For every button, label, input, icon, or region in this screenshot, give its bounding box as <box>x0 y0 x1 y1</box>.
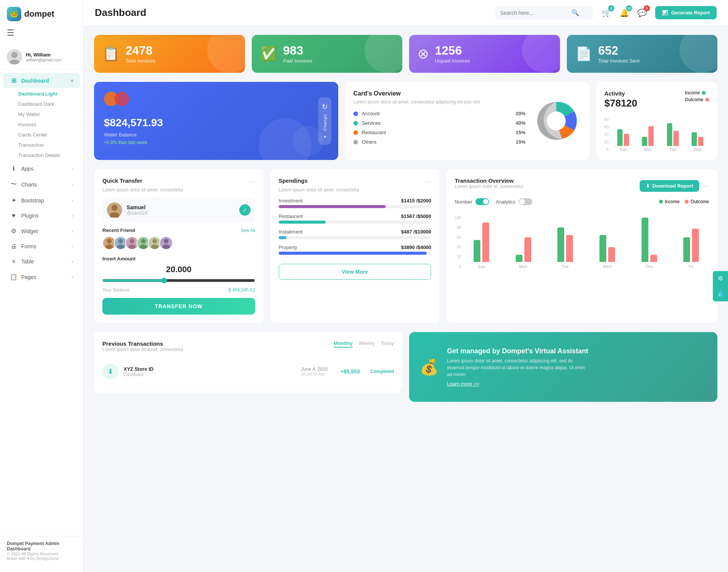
spending-investment-amounts: $1415 /$2000 <box>401 198 431 204</box>
bell-icon-button[interactable]: 🔔 12 <box>618 7 631 19</box>
sidebar-item-transaction[interactable]: Transaction <box>18 140 83 150</box>
topbar-icons: 🛒 2 🔔 12 💬 5 <box>600 7 648 19</box>
search-box[interactable]: 🔍 <box>495 6 593 19</box>
chevron-down-icon: ▾ <box>71 78 73 83</box>
pie-chart <box>532 90 581 152</box>
number-toggle[interactable] <box>475 198 489 205</box>
income-legend: Income <box>665 199 679 204</box>
restaurant-dot <box>353 130 358 135</box>
outcome-legend-dot <box>685 200 689 204</box>
spending-restaurant: Restaurant $1567 /$5000 <box>279 213 431 224</box>
settings-gear-button[interactable]: ⚙ <box>713 271 728 286</box>
sidebar-item-dashboard-dark[interactable]: Dashboard Dark <box>18 99 83 109</box>
spending-investment: Investment $1415 /$2000 <box>279 198 431 208</box>
sidebar-logo[interactable]: 🐸 dompet <box>0 7 83 28</box>
sidebar-item-charts[interactable]: 〜 Charts › <box>3 177 80 192</box>
view-more-button[interactable]: View More <box>279 264 431 280</box>
va-content: Get managed by Dompet's Virtual Assistan… <box>447 347 591 387</box>
chevron-right-icon: › <box>72 274 73 280</box>
svg-point-9 <box>107 239 111 243</box>
sidebar-item-pages[interactable]: 📋 Pages › <box>3 270 80 284</box>
stat-label-total: Total Invoices <box>126 58 155 64</box>
hamburger-menu[interactable]: ☰ <box>0 28 83 45</box>
property-bar <box>279 252 427 255</box>
chevron-down-icon: ▾ <box>324 134 326 139</box>
wallet-change-button[interactable]: ↻ Change ▾ <box>318 97 331 145</box>
sidebar-item-my-wallet[interactable]: My Wallet <box>18 109 83 119</box>
toggles-row: Number Analytics Income <box>455 198 709 205</box>
spending-investment-label: Investment <box>279 198 303 204</box>
spending-restaurant-label: Restaurant <box>279 213 303 219</box>
chat-icon-button[interactable]: 💬 5 <box>636 7 648 19</box>
stat-icon-total: 📋 <box>102 46 119 62</box>
svg-point-21 <box>152 239 157 243</box>
sidebar-item-apps[interactable]: ℹ Apps › <box>3 161 80 176</box>
analytics-toggle-group: Analytics <box>496 198 532 205</box>
sidebar-item-dashboard-light[interactable]: Dashboard Light <box>18 89 83 99</box>
sidebar-item-label: Charts <box>21 182 37 188</box>
sidebar-item-table[interactable]: ≡ Table › <box>3 254 80 269</box>
account-label: Account <box>362 111 380 116</box>
sidebar-item-transaction-details[interactable]: Transaction Details <box>18 150 83 160</box>
cart-icon-button[interactable]: 🛒 2 <box>600 7 613 19</box>
search-input[interactable] <box>500 10 568 16</box>
sidebar-item-dashboard[interactable]: ⊞ Dashboard ▾ <box>3 73 80 88</box>
generate-report-button[interactable]: 📊 Generate Report <box>655 6 717 19</box>
amount-slider[interactable] <box>102 277 255 284</box>
tab-monthly[interactable]: Monthly <box>334 340 353 348</box>
restaurant-bar <box>279 221 326 224</box>
sidebar-item-widget[interactable]: ⚙ Widget › <box>3 224 80 238</box>
spending-installment-amounts: $487 /$10000 <box>401 229 431 235</box>
tab-today[interactable]: Today <box>381 340 394 348</box>
va-learn-more-link[interactable]: Learn more >> <box>447 381 479 387</box>
overview-services: Services 40% <box>353 120 526 126</box>
stat-icon-paid: ✅ <box>260 46 277 62</box>
day-label-mon: Mon <box>505 264 541 269</box>
big-bar-income-thu <box>642 218 648 262</box>
transfer-user-handle: @sam224 <box>127 210 147 216</box>
big-bar-outcome-tue <box>566 235 573 262</box>
sidebar-item-plugins[interactable]: ♥ Plugins › <box>3 208 80 223</box>
transfer-check-icon: ✓ <box>239 204 251 216</box>
trans-menu-button[interactable]: ⋯ <box>702 182 709 190</box>
trans-overview-subtitle: Lorem ipsum dolor et, consectetur <box>455 184 523 189</box>
big-bar-income-wed <box>599 235 606 262</box>
main-content: Dashboard 🔍 🛒 2 🔔 12 💬 5 📊 Generate Repo… <box>83 0 728 572</box>
tab-weekly[interactable]: Weekly <box>359 340 375 348</box>
bar-outcome-sun <box>624 134 629 146</box>
dashboard-dropdown: Dashboard Light Dashboard Dark My Wallet… <box>0 89 83 160</box>
transfer-now-button[interactable]: TRANSFER NOW <box>102 298 255 315</box>
virtual-assistant-card: 💰 Get managed by Dompet's Virtual Assist… <box>409 332 717 402</box>
va-description: Lorem ipsum dolor sit amet, consectetur … <box>447 357 591 378</box>
chevron-right-icon: › <box>72 259 73 264</box>
overview-title: Card's Overview <box>353 90 526 97</box>
big-bar-income-fri <box>683 237 690 262</box>
footer-title: Dompet Payment Admin Dashboard <box>7 541 76 552</box>
apps-icon: ℹ <box>10 165 17 172</box>
download-icon: ⬇ <box>646 183 650 189</box>
download-report-button[interactable]: ⬇ Download Report <box>640 180 699 192</box>
sidebar-item-bootstrap[interactable]: ✦ Bootstrap › <box>3 193 80 208</box>
svg-point-1 <box>11 52 17 58</box>
sidebar-item-label: Bootstrap <box>21 197 44 204</box>
see-all-link[interactable]: See All <box>241 228 255 233</box>
analytics-toggle[interactable] <box>519 198 532 205</box>
overview-subtitle: Lorem ipsum dolor sit amet, consectetur … <box>353 99 526 105</box>
big-bar-outcome-thu <box>650 255 657 262</box>
settings-water-button[interactable]: 💧 <box>713 286 728 301</box>
recent-friends-label: Recent Friend <box>102 227 135 233</box>
sidebar-item-invoices[interactable]: Invoices <box>18 119 83 130</box>
chevron-right-icon: › <box>72 198 73 203</box>
spendings-menu-button[interactable]: ⋯ <box>424 177 431 186</box>
sidebar-item-forms[interactable]: 🖨 Forms › <box>3 239 80 254</box>
sidebar-item-cards-center[interactable]: Cards Center <box>18 130 83 140</box>
transfer-user-avatar <box>107 202 122 218</box>
stat-value-sent: 652 <box>598 44 640 56</box>
stat-label-paid: Paid Invoices <box>283 58 312 64</box>
friend-avatar-6[interactable] <box>159 236 173 250</box>
bar-day-labels: Sun Mon Tue Wed Thu Fri <box>463 264 709 269</box>
recent-friends-header: Recent Friend See All <box>102 227 255 233</box>
trans-status: Completed <box>370 369 394 374</box>
svg-point-6 <box>111 205 118 211</box>
quick-transfer-menu-button[interactable]: ⋯ <box>248 177 255 186</box>
